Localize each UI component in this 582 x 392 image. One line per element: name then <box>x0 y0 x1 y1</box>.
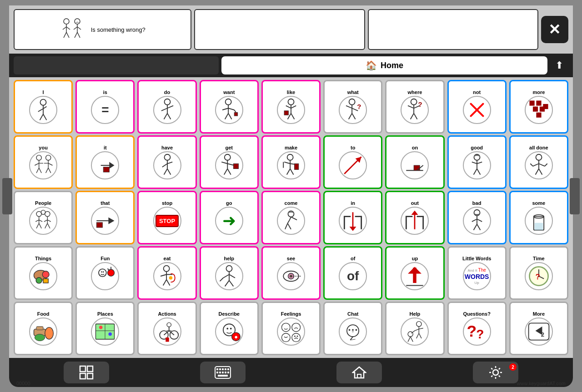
svg-line-159 <box>161 274 166 276</box>
footer-bar: 00000 www.keyguardAT.com <box>16 381 566 386</box>
grid-view-button[interactable] <box>64 362 109 383</box>
svg-point-74 <box>164 154 170 160</box>
cell-stop-icon: STOP <box>153 207 181 235</box>
cell-get[interactable]: get <box>200 135 259 189</box>
svg-marker-176 <box>408 267 421 274</box>
svg-point-203 <box>226 328 228 330</box>
cell-feelings[interactable]: Feelings <box>261 302 321 355</box>
cell-come[interactable]: come <box>261 191 321 244</box>
svg-point-212 <box>297 336 298 337</box>
svg-line-122 <box>44 220 47 222</box>
svg-rect-243 <box>227 368 229 370</box>
share-button[interactable]: ⬆ <box>550 56 568 74</box>
cell-chat[interactable]: Chat <box>323 302 382 355</box>
cell-to-icon <box>339 151 367 179</box>
sentence-cell-1[interactable]: Is something wrong? <box>14 9 191 50</box>
cell-questions-icon: ? ? <box>463 318 491 346</box>
cell-help-cat-icon <box>401 318 429 346</box>
svg-marker-72 <box>110 162 115 169</box>
cell-is[interactable]: is = <box>75 80 135 134</box>
cell-questions[interactable]: Questions? ? ? <box>447 302 507 355</box>
cell-make[interactable]: make <box>261 135 321 189</box>
svg-line-3 <box>66 27 70 30</box>
cell-more-cat[interactable]: More 2 <box>509 302 568 355</box>
cell-where-icon: ? <box>401 96 429 124</box>
svg-line-16 <box>40 114 43 120</box>
home-button[interactable]: 🏠 Home <box>221 56 547 74</box>
cell-see[interactable]: see <box>261 246 321 300</box>
svg-point-151 <box>99 269 106 277</box>
svg-line-119 <box>39 223 42 228</box>
cell-it[interactable]: it <box>75 135 135 189</box>
cell-fun[interactable]: Fun <box>75 246 135 300</box>
cell-stop[interactable]: stop STOP <box>137 191 196 244</box>
sentence-cell-2[interactable] <box>194 9 365 50</box>
svg-line-61 <box>35 163 39 165</box>
svg-line-5 <box>66 32 69 38</box>
home-toolbar-button[interactable] <box>336 362 382 383</box>
cell-bad[interactable]: bad <box>447 191 507 244</box>
cell-describe-icon: ● <box>215 318 243 346</box>
cell-help[interactable]: help <box>200 246 259 300</box>
sentence-text-1: Is something wrong? <box>89 25 147 34</box>
svg-line-113 <box>545 164 547 166</box>
svg-point-32 <box>288 99 294 105</box>
cell-that[interactable]: that <box>75 191 135 244</box>
cell-go[interactable]: go ➜ <box>200 191 259 244</box>
svg-rect-53 <box>529 101 534 106</box>
cell-have[interactable]: have <box>137 135 196 189</box>
close-button[interactable]: ✕ <box>541 16 568 43</box>
cell-food-icon <box>29 318 57 346</box>
svg-point-39 <box>349 99 355 105</box>
svg-point-106 <box>536 154 542 160</box>
cell-where[interactable]: where ? <box>385 80 444 134</box>
cell-things[interactable]: Things <box>14 246 73 300</box>
svg-rect-248 <box>227 372 229 373</box>
cell-time[interactable]: Time ? <box>509 246 568 300</box>
cell-not[interactable]: not <box>447 80 507 134</box>
cell-up[interactable]: up <box>385 246 444 300</box>
keyboard-button[interactable] <box>200 362 246 383</box>
cell-on[interactable]: on <box>385 135 444 189</box>
svg-line-48 <box>408 106 414 109</box>
cell-to[interactable]: to <box>323 135 382 189</box>
cell-i[interactable]: I <box>14 80 73 134</box>
cell-describe[interactable]: Describe ● <box>200 302 259 355</box>
svg-line-2 <box>63 27 66 30</box>
sentence-cell-3[interactable] <box>368 9 538 50</box>
cell-want[interactable]: want <box>200 80 259 134</box>
svg-rect-185 <box>36 327 43 330</box>
cell-more[interactable]: more <box>509 80 568 134</box>
cell-in-icon <box>339 207 367 235</box>
cell-help-cat[interactable]: Help <box>385 302 444 355</box>
cell-good[interactable]: good <box>447 135 507 189</box>
cell-do[interactable]: do <box>137 80 196 134</box>
svg-line-123 <box>47 220 50 222</box>
cell-of[interactable]: of of <box>323 246 382 300</box>
cell-make-icon <box>277 151 305 179</box>
cell-things-icon <box>29 262 57 290</box>
cell-people[interactable]: People <box>14 191 73 244</box>
svg-point-46 <box>411 99 417 105</box>
svg-rect-145 <box>535 223 543 230</box>
cell-places[interactable]: Places <box>75 302 135 355</box>
cell-food[interactable]: Food <box>14 302 73 355</box>
cell-little-words[interactable]: Little Words And It The WORDS Up <box>447 246 507 300</box>
cell-eat[interactable]: eat <box>137 246 196 300</box>
cell-you[interactable]: you <box>14 135 73 189</box>
cell-actions[interactable]: Actions <box>137 302 196 355</box>
home-toolbar-icon <box>352 365 366 380</box>
svg-line-28 <box>234 110 236 113</box>
cell-out[interactable]: out <box>385 191 444 244</box>
cell-like[interactable]: like <box>261 80 321 134</box>
footer-left: 00000 <box>16 381 30 386</box>
cell-what[interactable]: what ? <box>323 80 382 134</box>
cell-in[interactable]: in <box>323 191 382 244</box>
svg-line-108 <box>533 164 539 166</box>
svg-line-31 <box>228 114 231 119</box>
cell-all-done[interactable]: all done <box>509 135 568 189</box>
svg-line-4 <box>64 32 66 38</box>
settings-button[interactable]: 2 <box>473 362 518 383</box>
cell-chat-icon <box>339 318 367 346</box>
cell-some[interactable]: some <box>509 191 568 244</box>
